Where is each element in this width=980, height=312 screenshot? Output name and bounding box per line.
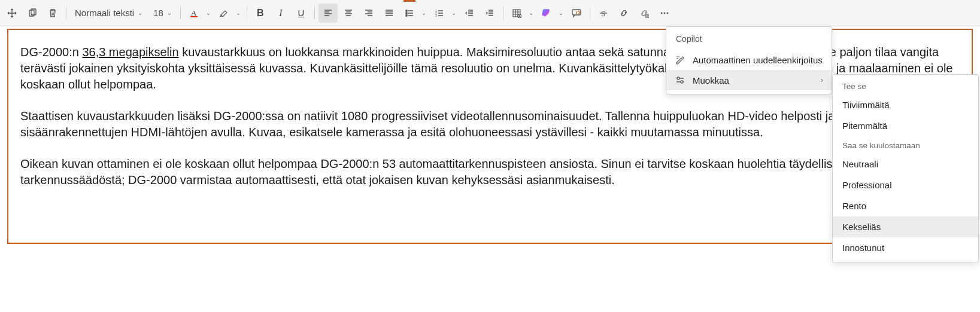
svg-point-18 bbox=[666, 12, 668, 14]
svg-rect-4 bbox=[220, 17, 227, 18]
submenu-item-shorter[interactable]: Tiiviimmältä bbox=[833, 94, 978, 115]
font-size-combo[interactable]: 18 ⌄ bbox=[148, 4, 177, 23]
outdent-button[interactable] bbox=[460, 4, 479, 23]
bold-button[interactable]: B bbox=[251, 4, 270, 23]
separator bbox=[66, 7, 66, 20]
svg-point-5 bbox=[406, 10, 407, 11]
submenu-header-sound-like: Saa se kuulostamaan bbox=[833, 136, 978, 154]
svg-point-17 bbox=[663, 12, 665, 14]
text-run: DG-2000:n bbox=[20, 45, 82, 59]
underline-button[interactable]: U bbox=[292, 4, 311, 23]
submenu-item-casual[interactable]: Rento bbox=[833, 195, 978, 216]
submenu-item-inventive[interactable]: Kekseliäs bbox=[833, 216, 978, 237]
svg-point-19 bbox=[677, 77, 679, 79]
underlined-run: 36,3 megapikselin bbox=[82, 45, 178, 59]
table-button[interactable] bbox=[507, 4, 526, 23]
copilot-menu-title: Copilot bbox=[666, 30, 832, 50]
edit-submenu: Tee se Tiiviimmältä Pitemmältä Saa se ku… bbox=[832, 74, 979, 262]
submenu-header-make-it: Tee se bbox=[833, 77, 978, 94]
highlight-button[interactable] bbox=[214, 4, 233, 23]
bullet-list-button[interactable] bbox=[400, 4, 419, 23]
numbered-list-chevron[interactable]: ⌄ bbox=[449, 4, 459, 23]
move-icon[interactable] bbox=[2, 4, 22, 23]
numbered-list-button[interactable]: 123 bbox=[430, 4, 449, 23]
align-left-button[interactable] bbox=[318, 4, 338, 23]
table-chevron[interactable]: ⌄ bbox=[526, 4, 536, 23]
svg-point-16 bbox=[660, 12, 662, 14]
separator bbox=[314, 7, 315, 20]
copilot-menu: Copilot Automaattinen uudelleenkirjoitus… bbox=[666, 26, 832, 94]
paragraph-style-combo[interactable]: Normaali teksti ⌄ bbox=[70, 4, 147, 23]
unlink-button[interactable] bbox=[635, 4, 654, 23]
indent-button[interactable] bbox=[480, 4, 499, 23]
font-color-button[interactable]: A bbox=[184, 4, 204, 23]
svg-point-7 bbox=[406, 14, 407, 16]
align-center-button[interactable] bbox=[339, 4, 358, 23]
copilot-chevron[interactable]: ⌄ bbox=[556, 4, 566, 23]
svg-rect-3 bbox=[190, 16, 198, 17]
align-justify-button[interactable] bbox=[380, 4, 399, 23]
italic-button[interactable]: I bbox=[271, 4, 290, 23]
bullet-list-chevron[interactable]: ⌄ bbox=[419, 4, 429, 23]
sliders-icon bbox=[675, 75, 685, 85]
svg-text:3: 3 bbox=[435, 14, 437, 17]
submenu-item-professional[interactable]: Professional bbox=[833, 175, 978, 195]
svg-point-6 bbox=[406, 12, 407, 13]
chevron-down-icon: ⌄ bbox=[138, 10, 142, 16]
separator bbox=[247, 7, 247, 20]
menu-item-edit[interactable]: Muokkaa › bbox=[666, 70, 832, 90]
separator bbox=[503, 7, 503, 20]
paragraph-2[interactable]: Staattisen kuvaustarkkuuden lisäksi DG-2… bbox=[20, 108, 960, 140]
accent-marker bbox=[403, 0, 415, 2]
link-button[interactable] bbox=[614, 4, 633, 23]
separator bbox=[180, 7, 181, 20]
comment-button[interactable] bbox=[567, 4, 586, 23]
copilot-button[interactable] bbox=[537, 4, 556, 23]
svg-point-20 bbox=[681, 81, 683, 83]
submenu-item-enthusiastic[interactable]: Innostunut bbox=[833, 237, 978, 258]
copy-icon[interactable] bbox=[23, 4, 42, 23]
rewrite-icon bbox=[675, 54, 685, 65]
paragraph-style-label: Normaali teksti bbox=[75, 8, 134, 18]
separator bbox=[590, 7, 590, 20]
chevron-right-icon: › bbox=[821, 76, 823, 84]
menu-item-label: Automaattinen uudelleenkirjoitus bbox=[693, 55, 823, 65]
menu-item-label: Muokkaa bbox=[693, 75, 729, 85]
submenu-item-neutral[interactable]: Neutraali bbox=[833, 154, 978, 175]
delete-icon[interactable] bbox=[43, 4, 62, 23]
svg-text:A: A bbox=[191, 8, 197, 17]
highlight-chevron[interactable]: ⌄ bbox=[233, 4, 243, 23]
chevron-down-icon: ⌄ bbox=[167, 10, 172, 16]
toolbar: Normaali teksti ⌄ 18 ⌄ A ⌄ ⌄ B I U ⌄ bbox=[0, 0, 980, 26]
menu-item-auto-rewrite[interactable]: Automaattinen uudelleenkirjoitus bbox=[666, 50, 832, 70]
font-color-chevron[interactable]: ⌄ bbox=[204, 4, 213, 23]
more-button[interactable] bbox=[655, 4, 674, 23]
submenu-item-longer[interactable]: Pitemmältä bbox=[833, 115, 978, 136]
font-size-value: 18 bbox=[153, 8, 163, 18]
strikethrough-button[interactable]: S bbox=[594, 4, 613, 23]
paragraph-3[interactable]: Oikean kuvan ottaminen ei ole koskaan ol… bbox=[20, 156, 960, 188]
align-right-button[interactable] bbox=[359, 4, 378, 23]
